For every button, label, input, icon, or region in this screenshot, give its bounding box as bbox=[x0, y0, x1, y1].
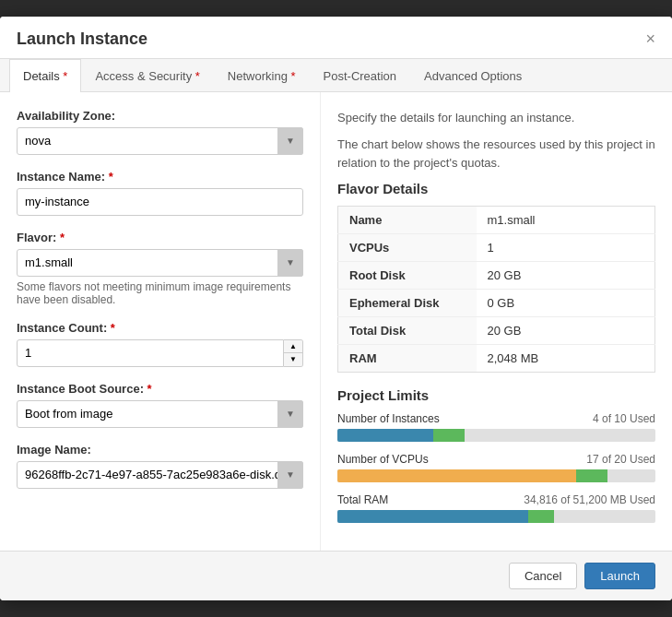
flavor-value: m1.small bbox=[477, 207, 655, 234]
instance-name-group: Instance Name: * bbox=[17, 170, 303, 216]
progress-bar-segment bbox=[433, 429, 466, 442]
launch-button[interactable]: Launch bbox=[584, 563, 655, 589]
flavor-select[interactable]: m1.small bbox=[17, 249, 303, 277]
left-panel: Availability Zone: nova ▼ Instance Name:… bbox=[0, 92, 321, 552]
description2: The chart below shows the resources used… bbox=[337, 136, 655, 172]
flavor-value: 20 GB bbox=[477, 262, 655, 290]
instance-boot-source-required: * bbox=[147, 382, 152, 396]
flavor-details-title: Flavor Details bbox=[337, 181, 655, 196]
table-row: RAM2,048 MB bbox=[338, 345, 655, 373]
limit-label: Number of VCPUs bbox=[337, 453, 429, 466]
table-row: Root Disk20 GB bbox=[338, 262, 655, 290]
tab-advanced-options[interactable]: Advanced Options bbox=[410, 59, 536, 92]
flavor-group: Flavor: * m1.small ▼ Some flavors not me… bbox=[17, 231, 303, 306]
tab-bar: Details Access & Security Networking Pos… bbox=[0, 59, 672, 92]
instance-count-input[interactable] bbox=[17, 339, 284, 367]
instance-count-label: Instance Count: * bbox=[17, 321, 303, 335]
flavor-key: Total Disk bbox=[338, 317, 477, 345]
spinner-down-button[interactable]: ▼ bbox=[284, 353, 302, 366]
instance-count-spinner: ▲ ▼ bbox=[17, 339, 303, 367]
limit-row: Number of Instances4 of 10 Used bbox=[337, 412, 655, 442]
table-row: Ephemeral Disk0 GB bbox=[338, 290, 655, 317]
instance-count-group: Instance Count: * ▲ ▼ bbox=[17, 321, 303, 367]
flavor-value: 1 bbox=[477, 234, 655, 262]
flavor-key: Name bbox=[338, 207, 477, 234]
progress-bar-segment bbox=[528, 510, 554, 523]
image-name-group: Image Name: 96268ffb-2c71-4e97-a855-7ac2… bbox=[17, 443, 303, 489]
flavor-help-text: Some flavors not meeting minimum image r… bbox=[17, 280, 303, 306]
flavor-key: VCPUs bbox=[338, 234, 477, 262]
progress-bar-segment bbox=[576, 469, 608, 482]
cancel-button[interactable]: Cancel bbox=[509, 563, 577, 589]
image-name-label: Image Name: bbox=[17, 443, 303, 457]
table-row: Total Disk20 GB bbox=[338, 317, 655, 345]
instance-boot-source-select[interactable]: Boot from image bbox=[17, 400, 303, 428]
limit-used: 4 of 10 Used bbox=[593, 412, 655, 425]
modal-body: Availability Zone: nova ▼ Instance Name:… bbox=[0, 92, 672, 552]
instance-name-label: Instance Name: * bbox=[17, 170, 303, 184]
image-name-select-wrapper: 96268ffb-2c71-4e97-a855-7ac25e983a6e-dis… bbox=[17, 461, 303, 489]
table-row: VCPUs1 bbox=[338, 234, 655, 262]
flavor-key: Ephemeral Disk bbox=[338, 290, 477, 317]
flavor-label: Flavor: * bbox=[17, 231, 303, 244]
tab-post-creation[interactable]: Post-Creation bbox=[310, 59, 410, 92]
modal-header: Launch Instance × bbox=[0, 17, 672, 59]
tab-networking[interactable]: Networking bbox=[214, 59, 310, 92]
flavor-required: * bbox=[60, 231, 65, 244]
progress-bar bbox=[337, 510, 655, 523]
right-panel: Specify the details for launching an ins… bbox=[321, 92, 672, 552]
limit-used: 34,816 of 51,200 MB Used bbox=[524, 493, 655, 506]
flavor-details-table: Namem1.smallVCPUs1Root Disk20 GBEphemera… bbox=[337, 206, 655, 373]
limit-row: Number of VCPUs17 of 20 Used bbox=[337, 453, 655, 482]
tab-access-security[interactable]: Access & Security bbox=[81, 59, 213, 92]
instance-boot-source-label: Instance Boot Source: * bbox=[17, 382, 303, 396]
description1: Specify the details for launching an ins… bbox=[337, 109, 655, 127]
flavor-key: Root Disk bbox=[338, 262, 477, 290]
progress-bar-segment bbox=[337, 429, 433, 442]
project-limits-title: Project Limits bbox=[337, 387, 655, 403]
modal-title: Launch Instance bbox=[17, 30, 147, 49]
progress-bar bbox=[337, 469, 655, 482]
limit-used: 17 of 20 Used bbox=[586, 453, 655, 466]
flavor-value: 0 GB bbox=[477, 290, 655, 317]
availability-zone-select-wrapper: nova ▼ bbox=[17, 127, 303, 155]
image-name-select[interactable]: 96268ffb-2c71-4e97-a855-7ac25e983a6e-dis… bbox=[17, 461, 303, 489]
modal-footer: Cancel Launch bbox=[0, 551, 672, 600]
availability-zone-group: Availability Zone: nova ▼ bbox=[17, 109, 303, 155]
availability-zone-label: Availability Zone: bbox=[17, 109, 303, 123]
progress-bar-segment bbox=[337, 510, 528, 523]
limits-container: Number of Instances4 of 10 UsedNumber of… bbox=[337, 412, 655, 523]
flavor-value: 2,048 MB bbox=[477, 345, 655, 373]
limit-label: Total RAM bbox=[337, 493, 388, 506]
launch-instance-modal: Launch Instance × Details Access & Secur… bbox=[0, 17, 672, 601]
instance-name-input[interactable] bbox=[17, 188, 303, 216]
flavor-value: 20 GB bbox=[477, 317, 655, 345]
progress-bar-segment bbox=[337, 469, 576, 482]
limit-row: Total RAM34,816 of 51,200 MB Used bbox=[337, 493, 655, 523]
close-button[interactable]: × bbox=[645, 30, 655, 47]
tab-details[interactable]: Details bbox=[9, 59, 81, 92]
instance-count-required: * bbox=[111, 321, 115, 335]
availability-zone-select[interactable]: nova bbox=[17, 127, 303, 155]
instance-boot-source-group: Instance Boot Source: * Boot from image … bbox=[17, 382, 303, 428]
flavor-key: RAM bbox=[338, 345, 477, 373]
flavor-select-wrapper: m1.small ▼ bbox=[17, 249, 303, 277]
spinner-up-button[interactable]: ▲ bbox=[284, 340, 302, 354]
table-row: Namem1.small bbox=[338, 207, 655, 234]
instance-name-required: * bbox=[109, 170, 113, 184]
instance-boot-source-select-wrapper: Boot from image ▼ bbox=[17, 400, 303, 428]
limit-label: Number of Instances bbox=[337, 412, 440, 425]
spinner-buttons: ▲ ▼ bbox=[284, 339, 303, 367]
progress-bar bbox=[337, 429, 655, 442]
